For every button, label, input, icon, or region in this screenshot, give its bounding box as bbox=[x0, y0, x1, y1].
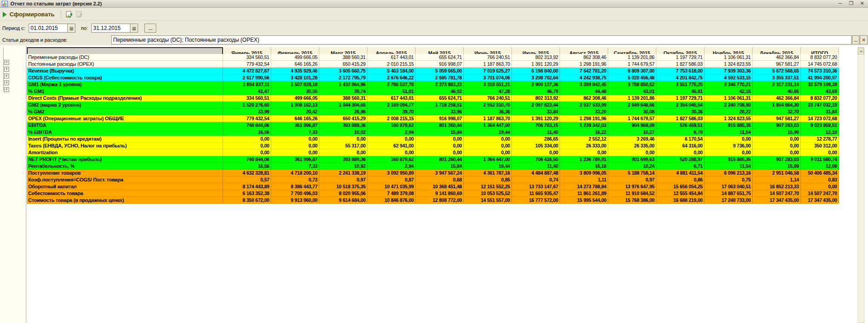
data-cell[interactable]: 2 008 215,15 bbox=[367, 115, 416, 122]
data-cell[interactable]: 706 416,50 bbox=[512, 156, 560, 163]
data-cell[interactable]: 2 685 781,78 bbox=[416, 74, 464, 81]
data-cell[interactable]: 15 768 386,00 bbox=[608, 197, 656, 204]
data-cell[interactable]: 39,74 bbox=[319, 88, 367, 95]
data-cell[interactable]: 0,00 bbox=[271, 149, 319, 156]
data-cell[interactable]: 7,33 bbox=[271, 129, 319, 136]
data-cell[interactable]: 0,00 bbox=[753, 149, 801, 156]
data-cell[interactable]: 2 537 533,99 bbox=[560, 102, 608, 108]
articles-more-button[interactable]: ... bbox=[852, 35, 859, 44]
data-cell[interactable]: 4 632 328,81 bbox=[223, 170, 271, 176]
data-cell[interactable]: 46,92 bbox=[416, 88, 464, 95]
row-label-cell[interactable]: Постоянные расходы (OPEX) bbox=[27, 61, 223, 68]
data-cell[interactable]: 350 312,00 bbox=[801, 142, 839, 149]
data-cell[interactable]: 3 788 850,52 bbox=[608, 81, 656, 88]
data-cell[interactable]: 160 879,62 bbox=[367, 122, 416, 129]
data-cell[interactable]: 17 063 040,51 bbox=[704, 183, 753, 190]
data-cell[interactable]: 44,48 bbox=[560, 88, 608, 95]
data-cell[interactable]: 45,81 bbox=[656, 88, 704, 95]
data-cell[interactable]: 40,85 bbox=[753, 88, 801, 95]
data-cell[interactable]: 23 747 032,19 bbox=[801, 102, 839, 108]
data-cell[interactable]: 393 889,36 bbox=[319, 122, 367, 129]
data-cell[interactable]: 0,00 bbox=[608, 149, 656, 156]
data-cell[interactable]: 462 366,84 bbox=[753, 54, 801, 61]
data-cell[interactable]: 4 592 533,15 bbox=[704, 74, 753, 81]
data-cell[interactable]: 4 472 827,67 bbox=[223, 68, 271, 74]
data-cell[interactable]: 13 733 147,67 bbox=[512, 183, 560, 190]
data-cell[interactable]: 779 432,54 bbox=[223, 115, 271, 122]
data-cell[interactable]: 766 240,51 bbox=[464, 95, 512, 102]
data-cell[interactable]: 650 415,29 bbox=[319, 61, 367, 68]
data-cell[interactable]: 2 786 537,78 bbox=[367, 81, 416, 88]
data-cell[interactable]: 0,75 bbox=[704, 176, 753, 183]
data-cell[interactable]: 0,00 bbox=[464, 136, 512, 142]
calendar-to-button[interactable]: ▦ bbox=[130, 24, 138, 33]
data-cell[interactable]: 12 151 552,25 bbox=[464, 183, 512, 190]
data-cell[interactable]: 15 656 054,25 bbox=[656, 183, 704, 190]
data-cell[interactable]: 7 019 625,27 bbox=[464, 68, 512, 74]
data-cell[interactable]: 1 827 586,03 bbox=[656, 61, 704, 68]
data-cell[interactable]: 8 174 443,89 bbox=[223, 183, 271, 190]
data-cell[interactable]: 1 391 120,29 bbox=[512, 115, 560, 122]
data-cell[interactable]: 2 676 646,22 bbox=[367, 74, 416, 81]
data-cell[interactable]: 41,47 bbox=[223, 88, 271, 95]
data-cell[interactable]: 14 273 788,84 bbox=[560, 183, 608, 190]
data-cell[interactable]: 14 507 247,70 bbox=[801, 190, 839, 197]
data-cell[interactable]: 1 298 191,96 bbox=[560, 61, 608, 68]
data-cell[interactable]: 2 354 045,54 bbox=[656, 102, 704, 108]
data-cell[interactable]: 862 308,46 bbox=[560, 54, 608, 61]
data-cell[interactable]: 5 672 568,65 bbox=[753, 68, 801, 74]
data-cell[interactable]: 46,79 bbox=[512, 88, 560, 95]
data-cell[interactable]: 0,00 bbox=[753, 142, 801, 149]
data-cell[interactable]: 3 092 950,89 bbox=[367, 170, 416, 176]
row-label-cell[interactable]: COGS (Себестоимость товара) bbox=[27, 74, 223, 81]
data-cell[interactable]: 2 169 094,77 bbox=[367, 102, 416, 108]
data-cell[interactable]: 14 551 557,00 bbox=[464, 197, 512, 204]
data-cell[interactable]: 740 844,06 bbox=[223, 156, 271, 163]
data-cell[interactable]: 1 364 447,00 bbox=[464, 122, 512, 129]
expand-row-button[interactable]: + bbox=[4, 80, 9, 85]
data-cell[interactable]: 3 269,46 bbox=[608, 136, 656, 142]
data-cell[interactable]: 19,44 bbox=[464, 163, 512, 170]
data-cell[interactable]: 1 744 679,57 bbox=[608, 61, 656, 68]
data-cell[interactable]: 10 368 451,48 bbox=[416, 183, 464, 190]
data-cell[interactable]: 3 809 996,05 bbox=[560, 170, 608, 176]
data-cell[interactable]: 0,97 bbox=[319, 176, 367, 183]
data-cell[interactable]: 0,00 bbox=[223, 149, 271, 156]
row-label-cell[interactable]: EBITDA bbox=[27, 122, 223, 129]
data-cell[interactable]: 14 507 247,70 bbox=[753, 190, 801, 197]
data-cell[interactable]: 915 885,35 bbox=[704, 156, 753, 163]
data-cell[interactable]: 74 573 310,36 bbox=[801, 68, 839, 74]
data-cell[interactable]: 0,00 bbox=[416, 142, 464, 149]
data-cell[interactable]: 1 854 837,11 bbox=[223, 81, 271, 88]
data-cell[interactable]: 10 518 375,35 bbox=[319, 183, 367, 190]
data-cell[interactable]: 2,94 bbox=[367, 129, 416, 136]
data-cell[interactable]: 740 844,06 bbox=[223, 122, 271, 129]
expand-row-button[interactable]: + bbox=[4, 73, 9, 78]
data-cell[interactable]: 462 366,84 bbox=[753, 95, 801, 102]
data-cell[interactable]: 779 432,54 bbox=[223, 61, 271, 68]
data-cell[interactable]: 650 415,29 bbox=[319, 115, 367, 122]
data-cell[interactable]: 4 484 887,48 bbox=[512, 170, 560, 176]
data-cell[interactable]: 9 011 680,74 bbox=[801, 156, 839, 163]
data-cell[interactable]: 0,83 bbox=[801, 176, 839, 183]
data-cell[interactable]: 3 399 842,45 bbox=[560, 81, 608, 88]
data-cell[interactable]: 28,96 bbox=[319, 108, 367, 115]
row-label-cell[interactable]: Revenue (Выручка) bbox=[27, 68, 223, 74]
data-cell[interactable]: 7 489 379,08 bbox=[367, 190, 416, 197]
row-label-cell[interactable]: Amortization bbox=[27, 149, 223, 156]
data-cell[interactable]: 41 994 200,97 bbox=[801, 74, 839, 81]
data-cell[interactable]: 0,97 bbox=[608, 176, 656, 183]
expand-row-button[interactable]: + bbox=[4, 67, 9, 72]
data-cell[interactable]: 16 852 213,33 bbox=[753, 183, 801, 190]
data-cell[interactable]: 904 969,09 bbox=[608, 122, 656, 129]
save-settings-button[interactable] bbox=[74, 10, 84, 20]
data-cell[interactable]: 388 560,31 bbox=[319, 54, 367, 61]
data-cell[interactable]: 15 995 544,00 bbox=[560, 197, 608, 204]
data-cell[interactable]: 0,57 bbox=[223, 176, 271, 183]
data-cell[interactable]: 55 317,00 bbox=[319, 142, 367, 149]
data-cell[interactable]: 42,15 bbox=[704, 88, 753, 95]
data-cell[interactable]: 8 832 077,20 bbox=[801, 95, 839, 102]
data-cell[interactable]: 11,40 bbox=[512, 129, 560, 136]
period-to-input[interactable]: 31.12.2015 bbox=[91, 24, 130, 33]
data-cell[interactable]: 646 165,26 bbox=[271, 61, 319, 68]
